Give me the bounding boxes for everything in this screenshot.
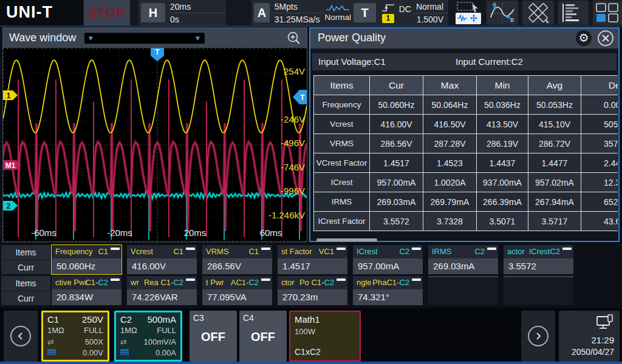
measure-label: nglePhaC1-C2 [353, 276, 423, 289]
trigger-coupling: DC [399, 4, 411, 25]
pq-row[interactable]: VRMS286.56V287.28V286.19V286.72V357.07 [314, 134, 618, 153]
acquire-block[interactable]: A 5Mpts 31.25MSa/s Normal [251, 0, 351, 25]
svg-text:-746V: -746V [281, 162, 305, 172]
measure-cell[interactable]: VcrestC1416.00V [127, 245, 197, 274]
measure-cell[interactable]: ICrestC2957.00mA [353, 245, 423, 274]
remove-measurement-button[interactable] [412, 248, 421, 250]
display-layout-icon [595, 2, 620, 23]
pq-row[interactable]: IRMS269.03mA269.79mA266.39mA267.94mA652.… [314, 192, 618, 212]
measure-cell[interactable]: wrRea C1-C274.226VAR [127, 276, 197, 305]
remove-measurement-button[interactable] [337, 248, 346, 250]
measure-cell[interactable]: ctorPo C1-C2270.23m [278, 276, 347, 305]
remove-measurement-button[interactable] [412, 278, 421, 281]
channel-c1-card[interactable]: C1250V 1MΩFULL ⇄500X 0.00V [41, 311, 109, 362]
select-move-button[interactable] [454, 1, 482, 25]
svg-text:-496V: -496V [281, 138, 305, 148]
svg-text:A: A [493, 2, 496, 7]
measure-value: 270.23m [278, 289, 347, 305]
pq-value-cell: 43.606 [581, 212, 618, 231]
pq-item-cell: VCrest Factor [314, 153, 370, 173]
prev-page-button[interactable] [4, 311, 38, 362]
channel-c4-card[interactable]: C4 OFF [239, 311, 287, 362]
acquire-waveform-icon [326, 4, 350, 12]
channel-c2-card[interactable]: C2500mA 1MΩFULL ⇄100mV/A 0.00A [114, 311, 182, 362]
measure-row2-labels: Items Curr [1, 276, 50, 305]
math1-label: Math1 [295, 314, 355, 325]
waveform-plot[interactable]: 254V-246V-496V-746V-996V-1.246kV-60ms-20… [3, 48, 307, 243]
trigger-block[interactable]: T 1 DC Normal 1.500V [351, 0, 448, 25]
cursor-ab-button[interactable]: A B [487, 1, 518, 25]
display-layout-button[interactable] [593, 1, 622, 25]
power-quality-table-wrap[interactable]: ItemsCurMaxMinAvgDev Frequency50.060Hz50… [313, 75, 618, 237]
measure-cell[interactable]: actorICrestC23.5572 [504, 245, 573, 274]
remove-measurement-button[interactable] [261, 278, 270, 281]
remove-measurement-button[interactable] [337, 278, 346, 281]
zoom-in-icon[interactable] [286, 30, 302, 46]
power-quality-table: ItemsCurMaxMinAvgDev Frequency50.060Hz50… [313, 75, 618, 231]
measure-cell[interactable]: ctive PwrC1-C220.834W [52, 276, 121, 305]
close-icon [601, 34, 610, 42]
range-left-arrow-icon[interactable]: ▼ [87, 33, 94, 43]
pq-value-cell: 416.50V [423, 115, 477, 134]
measure-cell[interactable]: t PwrAC1-C277.095VA [202, 276, 272, 305]
clock-panel[interactable]: 21:29 2050/04/27 [559, 311, 620, 362]
run-stop-button[interactable]: STOP [84, 0, 130, 25]
measure-button[interactable] [522, 1, 554, 25]
pq-row[interactable]: Vcrest416.00V416.50V413.50V415.10V505.59 [314, 115, 618, 134]
pq-value-cell: 1.4477 [528, 153, 581, 173]
pq-row[interactable]: ICrest957.00mA1.0020A937.00mA957.02mA12.… [314, 173, 618, 192]
horizontal-offset: 0s [168, 13, 226, 25]
table-scrollbar-thumb[interactable] [316, 238, 377, 241]
pq-value-cell: 269.79mA [423, 192, 477, 212]
results-list-button[interactable] [558, 1, 589, 25]
pq-value-cell: 413.50V [477, 115, 528, 134]
svg-text:B: B [510, 17, 514, 23]
measure-cell[interactable]: VRMSC1286.56V [202, 245, 272, 274]
pq-item-cell: Vcrest [314, 115, 370, 134]
math1-scale: 100W [295, 327, 355, 336]
measure-label: FrequencyC1 [52, 245, 121, 258]
remove-measurement-button[interactable] [562, 248, 572, 250]
horizontal-block[interactable]: H 20ms 0s [138, 0, 226, 25]
pq-value-cell: 50.064Hz [423, 95, 477, 115]
measure-channel: C1 [173, 245, 183, 258]
measure-label: VcrestC1 [127, 245, 197, 258]
remove-measurement-button[interactable] [261, 248, 270, 250]
next-page-button[interactable] [521, 311, 555, 362]
horizontal-key[interactable]: H [141, 3, 165, 22]
pq-column-header: Avg [528, 76, 581, 95]
pq-row[interactable]: VCrest Factor1.45171.45231.44371.44772.4… [314, 153, 618, 173]
measure-empty-slot[interactable] [504, 276, 573, 305]
measure-cell[interactable]: FrequencyC150.060Hz [52, 245, 121, 274]
measure-empty-slot[interactable] [428, 276, 498, 305]
gear-icon[interactable]: ⚙ [576, 30, 592, 46]
measure-cell[interactable]: IRMSC2269.03mA [428, 245, 498, 274]
wave-window: Wave window ▼ ▼ 254V-246V-496V-746V-996V… [2, 27, 307, 242]
pq-value-cell: 505.59 [581, 115, 618, 134]
pq-item-cell: Frequency [314, 95, 370, 115]
measure-cell[interactable]: st FactorVC11.4517 [278, 245, 347, 274]
math1-card[interactable]: Math1 100W C1xC2 [289, 311, 361, 362]
c2-bandwidth: FULL [157, 326, 176, 335]
remove-measurement-button[interactable] [487, 248, 496, 250]
remove-measurement-button[interactable] [111, 278, 120, 281]
channel-c3-card[interactable]: C3 OFF [190, 311, 237, 362]
close-button[interactable] [598, 30, 613, 46]
pq-value-cell: 3.7328 [423, 212, 477, 231]
measure-channel: AC1-C2 [231, 276, 259, 289]
acquire-key[interactable]: A [254, 3, 270, 22]
range-right-arrow-icon[interactable]: ▼ [194, 33, 201, 43]
chevron-right-icon [534, 331, 542, 341]
measure-channel: C2 [399, 245, 409, 258]
remove-measurement-button[interactable] [111, 248, 120, 250]
remove-measurement-button[interactable] [186, 248, 195, 250]
trigger-key[interactable]: T [354, 3, 376, 22]
pq-row[interactable]: ICrest Factor3.55723.73283.50713.571743.… [314, 212, 618, 231]
remove-measurement-button[interactable] [186, 278, 195, 281]
wave-window-title: Wave window [9, 32, 76, 44]
measure-cell[interactable]: nglePhaC1-C274.321° [353, 276, 423, 305]
memory-depth: 5Mpts [272, 1, 325, 13]
svg-text:-1.246kV: -1.246kV [268, 210, 305, 220]
wave-range-scrollbar[interactable]: ▼ ▼ [84, 33, 205, 44]
pq-row[interactable]: Frequency50.060Hz50.064Hz50.036Hz50.053H… [314, 95, 618, 115]
